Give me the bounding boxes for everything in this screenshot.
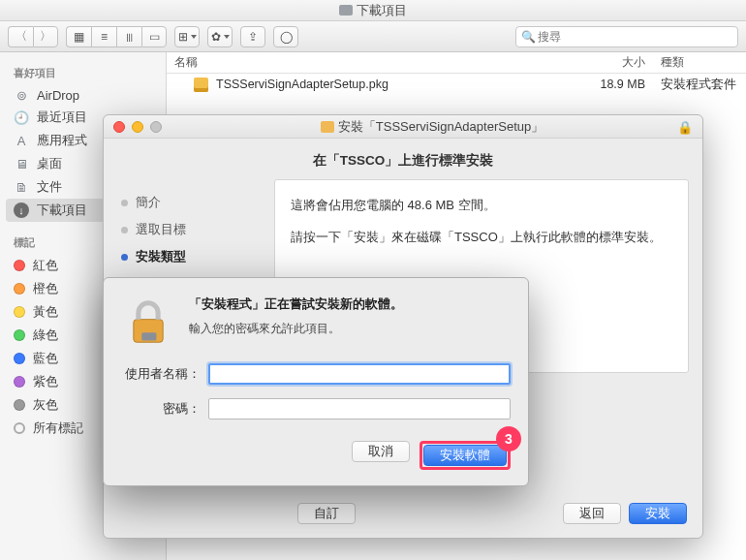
package-icon bbox=[321, 121, 334, 133]
tag-dot-icon bbox=[14, 260, 25, 271]
install-button[interactable]: 安裝 bbox=[629, 503, 687, 524]
share-button[interactable]: ⇪ bbox=[240, 26, 265, 47]
tag-dot-icon bbox=[14, 353, 25, 364]
finder-titlebar: 下載項目 bbox=[0, 0, 746, 21]
installer-subtitle: 在「TSSCO」上進行標準安裝 bbox=[104, 139, 702, 179]
step-intro: 簡介 bbox=[117, 189, 263, 216]
back-button[interactable]: 返回 bbox=[563, 503, 621, 524]
tag-dot-icon bbox=[14, 399, 25, 411]
file-size: 18.9 MB bbox=[583, 78, 661, 91]
folder-icon bbox=[339, 5, 353, 16]
installer-titlebar: 安裝「TSSServiSignAdapterSetup」 🔒 bbox=[104, 115, 702, 139]
apps-icon: A bbox=[14, 133, 29, 148]
auth-headline: 「安裝程式」正在嘗試安裝新的軟體。 bbox=[189, 296, 403, 313]
tags-button[interactable]: ◯ bbox=[273, 26, 298, 47]
documents-icon: 🗎 bbox=[14, 179, 29, 195]
column-name[interactable]: 名稱 bbox=[174, 54, 583, 71]
tag-dot-icon bbox=[14, 283, 25, 295]
view-list-button[interactable]: ≡ bbox=[91, 26, 116, 47]
install-software-highlight: 3 安裝軟體 bbox=[420, 441, 511, 470]
svg-rect-1 bbox=[141, 332, 156, 340]
column-kind[interactable]: 種類 bbox=[661, 54, 738, 71]
step-destination: 選取目標 bbox=[117, 216, 263, 243]
install-software-button[interactable]: 安裝軟體 bbox=[423, 445, 507, 466]
downloads-icon: ↓ bbox=[14, 202, 29, 218]
customize-button[interactable]: 自訂 bbox=[297, 503, 356, 524]
password-label: 密碼： bbox=[121, 400, 208, 418]
annotation-badge: 3 bbox=[496, 426, 521, 451]
password-input[interactable] bbox=[208, 398, 511, 420]
view-column-button[interactable]: ⫼ bbox=[116, 26, 141, 47]
file-row[interactable]: TSSServiSignAdapterSetup.pkg 18.9 MB 安裝程… bbox=[167, 74, 746, 95]
close-button[interactable] bbox=[113, 121, 125, 133]
cancel-button[interactable]: 取消 bbox=[352, 441, 410, 462]
file-name: TSSServiSignAdapterSetup.pkg bbox=[216, 78, 583, 91]
tag-dot-icon bbox=[14, 306, 25, 318]
finder-toolbar: 〈 〉 ▦ ≡ ⫼ ▭ ⊞ ✿ ⇪ ◯ 🔍 bbox=[0, 21, 746, 52]
lock-icon[interactable]: 🔒 bbox=[677, 120, 693, 135]
view-icon-button[interactable]: ▦ bbox=[66, 26, 91, 47]
all-tags-icon bbox=[14, 422, 25, 434]
back-button[interactable]: 〈 bbox=[8, 26, 33, 47]
installer-title: 安裝「TSSServiSignAdapterSetup」 bbox=[338, 118, 544, 136]
minimize-button[interactable] bbox=[132, 121, 143, 133]
file-kind: 安裝程式套件 bbox=[661, 77, 738, 93]
username-label: 使用者名稱： bbox=[121, 365, 208, 383]
search-input[interactable] bbox=[515, 26, 738, 47]
sidebar-item-airdrop[interactable]: ⊚AirDrop bbox=[0, 84, 166, 106]
search-icon: 🔍 bbox=[521, 30, 536, 44]
username-input[interactable] bbox=[208, 363, 511, 385]
column-size[interactable]: 大小 bbox=[583, 54, 661, 71]
sidebar-favorites-header: 喜好項目 bbox=[0, 62, 166, 84]
lock-large-icon bbox=[121, 296, 175, 350]
auth-prompt: 輸入您的密碼來允許此項目。 bbox=[189, 321, 403, 337]
airdrop-icon: ⊚ bbox=[14, 87, 29, 103]
auth-dialog: 「安裝程式」正在嘗試安裝新的軟體。 輸入您的密碼來允許此項目。 使用者名稱： 密… bbox=[103, 277, 529, 486]
arrange-button[interactable]: ⊞ bbox=[174, 26, 200, 47]
view-gallery-button[interactable]: ▭ bbox=[141, 26, 167, 47]
pkg-icon bbox=[194, 78, 208, 92]
clock-icon: 🕘 bbox=[14, 109, 29, 125]
window-title: 下載項目 bbox=[357, 2, 407, 19]
tag-dot-icon bbox=[14, 376, 25, 388]
action-button[interactable]: ✿ bbox=[207, 26, 233, 47]
desktop-icon: 🖥 bbox=[14, 156, 29, 171]
zoom-button[interactable] bbox=[150, 121, 162, 133]
step-install-type: 安裝類型 bbox=[117, 243, 263, 270]
tag-dot-icon bbox=[14, 329, 25, 341]
forward-button[interactable]: 〉 bbox=[33, 26, 58, 47]
